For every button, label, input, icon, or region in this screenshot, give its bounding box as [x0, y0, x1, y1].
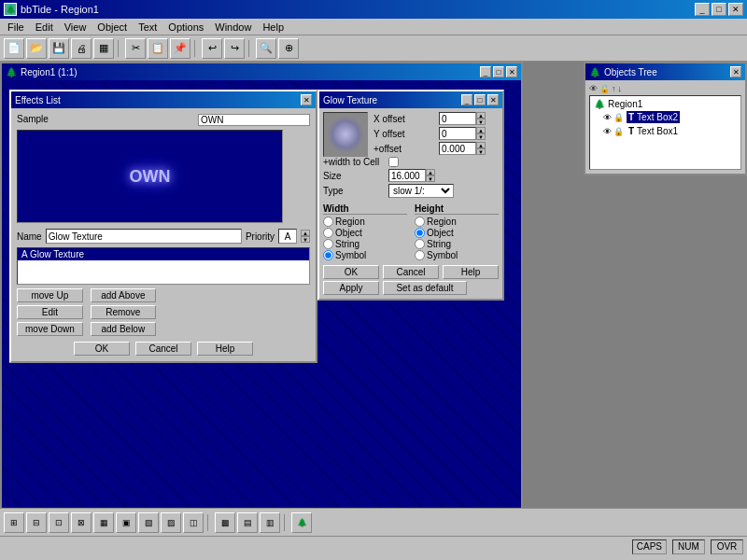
menu-options[interactable]: Options [162, 21, 209, 34]
cut-button[interactable]: ✂ [125, 38, 146, 59]
y-offset-down-button[interactable]: ▼ [476, 133, 486, 140]
y-offset-input[interactable] [439, 127, 476, 140]
print-button[interactable]: 🖨 [71, 38, 92, 59]
width-object-radio[interactable] [323, 228, 333, 238]
close-button[interactable]: ✕ [728, 3, 743, 16]
region-close-button[interactable]: ✕ [506, 66, 517, 77]
bottom-btn-2[interactable]: ⊟ [26, 512, 47, 533]
plus-offset-up-button[interactable]: ▲ [476, 142, 486, 148]
effects-ok-button[interactable]: OK [74, 342, 130, 356]
type-select[interactable]: slow 1/: [388, 184, 454, 198]
remove-button[interactable]: Remove [91, 305, 156, 319]
x-offset-down-button[interactable]: ▼ [476, 119, 486, 125]
x-offset-up-button[interactable]: ▲ [476, 112, 486, 119]
new-button[interactable]: 📄 [4, 38, 24, 59]
save-button[interactable]: 💾 [49, 38, 69, 59]
size-down-button[interactable]: ▼ [426, 175, 435, 182]
width-object-label: Object [335, 228, 362, 238]
bottom-btn-8[interactable]: ▨ [161, 512, 181, 533]
menu-object[interactable]: Object [92, 21, 133, 34]
priority-down-button[interactable]: ▼ [301, 236, 310, 243]
effects-help-button[interactable]: Help [197, 342, 253, 356]
plus-offset-input[interactable] [439, 142, 476, 155]
bottom-btn-10[interactable]: ▩ [215, 512, 235, 533]
menu-text[interactable]: Text [133, 21, 162, 34]
bottom-btn-11[interactable]: ▤ [237, 512, 258, 533]
open-button[interactable]: 📂 [26, 38, 47, 59]
move-down-button[interactable]: move Down [17, 322, 83, 336]
paste-button[interactable]: 📌 [170, 38, 190, 59]
glow-dialog-minimize-button[interactable]: _ [461, 94, 472, 105]
tree-up-button[interactable]: ↑ [612, 84, 616, 93]
size-up-button[interactable]: ▲ [426, 169, 435, 175]
size-input[interactable] [388, 169, 426, 182]
menu-edit[interactable]: Edit [30, 21, 59, 34]
workspace: 🌲 Region1 (1:1) _ □ ✕ 🌲 Objects Tree ✕ 👁… [0, 62, 747, 556]
effects-list-item[interactable]: A Glow Texture [18, 248, 309, 260]
plus-offset-down-button[interactable]: ▼ [476, 148, 486, 155]
zoom-button[interactable]: ⊕ [278, 38, 299, 59]
region-minimize-button[interactable]: _ [480, 66, 491, 77]
height-object-radio[interactable] [415, 228, 425, 238]
menu-help[interactable]: Help [257, 21, 289, 34]
radio-groups: Width Region Object String [323, 203, 499, 261]
objects-panel-title: 🌲 Objects Tree ✕ [585, 63, 745, 80]
menu-file[interactable]: File [2, 21, 30, 34]
width-region-radio[interactable] [323, 217, 333, 227]
height-string-radio[interactable] [415, 239, 425, 249]
move-up-button[interactable]: move Up [17, 288, 83, 302]
bottom-btn-3[interactable]: ⊡ [49, 512, 69, 533]
tree-item-region1[interactable]: 🌲 Region1 [592, 98, 739, 110]
bottom-btn-12[interactable]: ▥ [260, 512, 280, 533]
copy-button[interactable]: 📋 [148, 38, 168, 59]
height-region-radio[interactable] [415, 217, 425, 227]
bottom-btn-5[interactable]: ▦ [93, 512, 114, 533]
y-offset-up-button[interactable]: ▲ [476, 127, 486, 133]
glow-help-button[interactable]: Help [443, 265, 499, 279]
glow-set-default-button[interactable]: Set as default [383, 281, 467, 295]
tree-lock-button[interactable]: 🔒 [599, 84, 610, 93]
extra1-button[interactable]: ▦ [93, 38, 114, 59]
redo-button[interactable]: ↪ [224, 38, 245, 59]
width-symbol-radio[interactable] [323, 250, 333, 260]
priority-up-button[interactable]: ▲ [301, 230, 310, 236]
x-offset-input[interactable] [439, 112, 476, 125]
tree-controls: 👁 🔒 ↑ ↓ [589, 84, 741, 93]
tree-down-button[interactable]: ↓ [618, 84, 623, 93]
find-button[interactable]: 🔍 [256, 38, 276, 59]
region-maximize-button[interactable]: □ [493, 66, 504, 77]
glow-texture-dialog: Glow Texture _ □ ✕ X offset ▲ ▼ [317, 90, 504, 301]
bottom-btn-6[interactable]: ▣ [116, 512, 136, 533]
tree-item-textbox1[interactable]: T Text Box1 [627, 125, 680, 137]
priority-input[interactable] [278, 229, 297, 244]
plus-width-checkbox[interactable] [388, 157, 399, 167]
glow-dialog-maximize-button[interactable]: □ [474, 94, 486, 105]
glow-apply-button[interactable]: Apply [323, 281, 379, 295]
glow-dialog-close-button[interactable]: ✕ [487, 94, 499, 105]
minimize-button[interactable]: _ [695, 3, 710, 16]
undo-button[interactable]: ↩ [202, 38, 222, 59]
effects-dialog-close-button[interactable]: ✕ [301, 94, 312, 105]
add-above-button[interactable]: add Above [91, 288, 156, 302]
glow-ok-button[interactable]: OK [323, 265, 379, 279]
eye2-icon: 👁 [603, 113, 612, 122]
add-below-button[interactable]: add Below [91, 322, 156, 336]
menu-view[interactable]: View [59, 21, 92, 34]
bottom-btn-9[interactable]: ◫ [183, 512, 204, 533]
bottom-btn-1[interactable]: ⊞ [4, 512, 24, 533]
edit-button[interactable]: Edit [17, 305, 83, 319]
width-string-radio[interactable] [323, 239, 333, 249]
bottom-btn-4[interactable]: ⊠ [71, 512, 92, 533]
name-input[interactable] [46, 229, 242, 244]
tree-eye-button[interactable]: 👁 [589, 84, 598, 93]
maximize-button[interactable]: □ [712, 3, 726, 16]
menu-window[interactable]: Window [209, 21, 257, 34]
plus-offset-row: +offset ▲ ▼ [374, 142, 499, 155]
height-symbol-radio[interactable] [415, 250, 425, 260]
glow-cancel-button[interactable]: Cancel [383, 265, 439, 279]
effects-cancel-button[interactable]: Cancel [135, 342, 191, 356]
objects-panel-close-button[interactable]: ✕ [730, 66, 741, 77]
bottom-btn-tree[interactable]: 🌲 [291, 512, 312, 533]
tree-item-textbox2[interactable]: T Text Box2 [627, 111, 680, 123]
bottom-btn-7[interactable]: ▧ [138, 512, 159, 533]
